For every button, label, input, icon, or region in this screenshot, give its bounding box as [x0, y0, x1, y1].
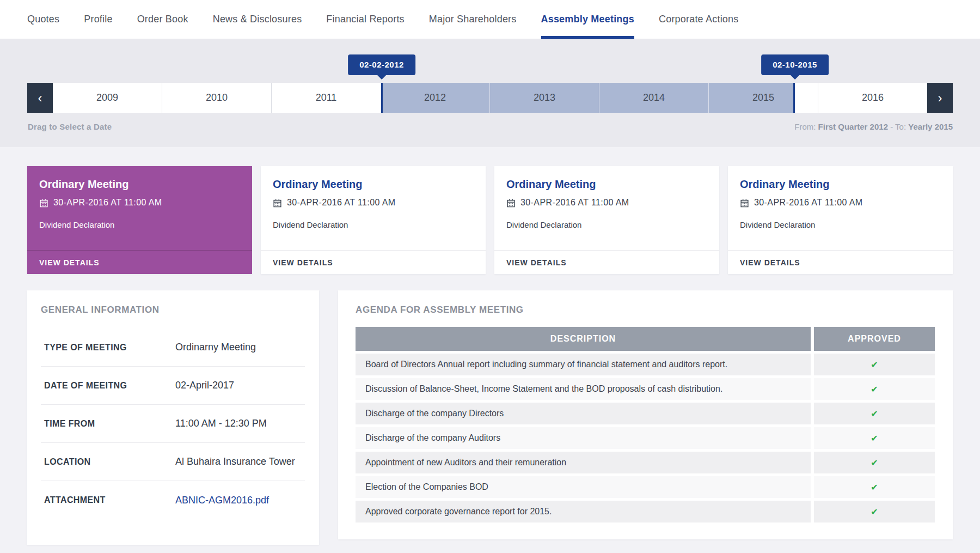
agenda-table: DESCRIPTION APPROVED Board of Directors …	[356, 327, 935, 522]
chevron-right-icon: ›	[938, 90, 942, 105]
range-handle-end[interactable]	[793, 83, 795, 113]
agenda-description: Election of the Companies BOD	[356, 476, 814, 498]
info-value: 11:00 AM - 12:30 PM	[175, 418, 267, 429]
tab-financial-reports[interactable]: Financial Reports	[326, 0, 404, 39]
calendar-icon	[39, 198, 48, 208]
meeting-date-text: 30-APR-2016 AT 11:00 AM	[754, 198, 863, 208]
general-information-panel: GENERAL INFORMATION TYPE OF MEETING Ordi…	[27, 290, 319, 545]
view-details-button[interactable]: VIEW DETAILS	[27, 250, 252, 274]
meeting-date-text: 30-APR-2016 AT 11:00 AM	[287, 198, 396, 208]
approved-check-icon: ✔	[871, 409, 878, 419]
meeting-date-text: 30-APR-2016 AT 11:00 AM	[53, 198, 162, 208]
info-label: LOCATION	[44, 457, 175, 467]
range-handle-start[interactable]	[381, 83, 383, 113]
agenda-row: Election of the Companies BOD ✔	[356, 476, 935, 498]
agenda-row: Appointment of new Auditors and their re…	[356, 452, 935, 473]
year-2016[interactable]: 2016	[818, 83, 927, 113]
agenda-row: Board of Directors Annual report includi…	[356, 354, 935, 375]
meeting-description: Dividend Declaration	[740, 220, 941, 229]
info-value: 02-April-2017	[175, 380, 234, 391]
tab-major-shareholders[interactable]: Major Shareholders	[429, 0, 517, 39]
tab-assembly-meetings-label: Assembly Meetings	[541, 14, 634, 25]
column-header-description: DESCRIPTION	[356, 327, 814, 351]
meeting-description: Dividend Declaration	[273, 220, 474, 229]
tab-assembly-meetings[interactable]: Assembly Meetings	[541, 0, 634, 39]
year-2013[interactable]: 2013	[489, 83, 599, 113]
info-label: ATTACHMENT	[44, 495, 175, 505]
meeting-card[interactable]: Ordinary Meeting 30-APR-2016 AT 11:00 AM…	[261, 166, 486, 274]
view-details-label: VIEW DETAILS	[39, 258, 100, 267]
calendar-icon	[740, 198, 749, 208]
info-row-time-from: TIME FROM 11:00 AM - 12:30 PM	[41, 405, 305, 443]
approved-header-label: APPROVED	[848, 334, 901, 344]
timeline-next-button[interactable]: ›	[927, 83, 953, 113]
meeting-title: Ordinary Meeting	[39, 178, 240, 191]
view-details-label: VIEW DETAILS	[740, 258, 800, 267]
meeting-title: Ordinary Meeting	[506, 178, 707, 191]
timeline-track[interactable]: 2009 2010 2011 2012 2013 2014 2015 2016	[53, 83, 927, 113]
view-details-label: VIEW DETAILS	[273, 258, 333, 267]
meeting-card[interactable]: Ordinary Meeting 30-APR-2016 AT 11:00 AM…	[494, 166, 719, 274]
year-2011[interactable]: 2011	[271, 83, 381, 113]
agenda-description: Discussion of Balance-Sheet, Income Stat…	[356, 378, 814, 400]
info-label: TYPE OF MEETING	[44, 343, 175, 353]
view-details-button[interactable]: VIEW DETAILS	[494, 250, 719, 274]
range-from-label: From:	[794, 122, 816, 131]
drag-hint: Drag to Select a Date	[28, 122, 112, 131]
meeting-card-selected[interactable]: Ordinary Meeting 30-APR-2016 AT 11:00 AM…	[27, 166, 252, 274]
view-details-label: VIEW DETAILS	[506, 258, 567, 267]
info-label: TIME FROM	[44, 419, 175, 429]
meeting-date: 30-APR-2016 AT 11:00 AM	[273, 198, 474, 208]
calendar-icon	[273, 198, 282, 208]
date-range-slider-section: 02-02-2012 02-10-2015 ‹ 2009 2010 2011 2…	[0, 39, 980, 147]
timeline-bar: ‹ 2009 2010 2011 2012 2013 2014 2015 201…	[27, 83, 953, 113]
tab-order-book[interactable]: Order Book	[137, 0, 188, 39]
tab-corporate-actions[interactable]: Corporate Actions	[659, 0, 738, 39]
meeting-date: 30-APR-2016 AT 11:00 AM	[39, 198, 240, 208]
approved-check-icon: ✔	[871, 482, 878, 493]
meeting-description: Dividend Declaration	[506, 220, 707, 229]
view-details-button[interactable]: VIEW DETAILS	[261, 250, 486, 274]
range-to-value: Yearly 2015	[908, 122, 953, 131]
meeting-date-text: 30-APR-2016 AT 11:00 AM	[520, 198, 629, 208]
year-2014[interactable]: 2014	[599, 83, 708, 113]
info-row-location: LOCATION Al Buhaira Insurance Tower	[41, 443, 305, 481]
agenda-description: Discharge of the company Auditors	[356, 427, 814, 449]
range-from-value: First Quarter 2012	[818, 122, 888, 131]
attachment-link[interactable]: ABNIC-AGM2016.pdf	[175, 495, 269, 506]
year-2015[interactable]: 2015	[708, 83, 818, 113]
tab-quotes[interactable]: Quotes	[27, 0, 59, 39]
year-2009[interactable]: 2009	[53, 83, 162, 113]
meeting-cards: Ordinary Meeting 30-APR-2016 AT 11:00 AM…	[27, 166, 953, 274]
tab-news-disclosures[interactable]: News & Disclosures	[213, 0, 302, 39]
column-header-approved: APPROVED	[814, 327, 935, 351]
agenda-row: Discharge of the company Auditors ✔	[356, 427, 935, 449]
agenda-description: Appointment of new Auditors and their re…	[356, 452, 814, 473]
selected-range-summary: From: First Quarter 2012 - To: Yearly 20…	[794, 122, 953, 131]
info-row-date-of-meeting: DATE OF MEEITNG 02-April-2017	[41, 367, 305, 405]
info-row-attachment: ATTACHMENT ABNIC-AGM2016.pdf	[41, 481, 305, 519]
approved-check-icon: ✔	[871, 384, 878, 394]
general-information-rows: TYPE OF MEETING Ordinarny Meeting DATE O…	[41, 329, 305, 519]
meeting-description: Dividend Declaration	[39, 220, 240, 229]
agenda-description: Approved corporate governance report for…	[356, 501, 814, 522]
meeting-card[interactable]: Ordinary Meeting 30-APR-2016 AT 11:00 AM…	[728, 166, 953, 274]
year-2012[interactable]: 2012	[381, 83, 489, 113]
meeting-title: Ordinary Meeting	[273, 178, 474, 191]
range-start-tooltip[interactable]: 02-02-2012	[348, 54, 415, 75]
approved-check-icon: ✔	[871, 360, 878, 370]
agenda-description: Board of Directors Annual report includi…	[356, 354, 814, 375]
agenda-row: Approved corporate governance report for…	[356, 501, 935, 522]
approved-check-icon: ✔	[871, 507, 878, 517]
active-tab-underline	[541, 36, 634, 39]
view-details-button[interactable]: VIEW DETAILS	[728, 250, 953, 274]
year-2010[interactable]: 2010	[162, 83, 271, 113]
range-end-tooltip[interactable]: 02-10-2015	[761, 54, 829, 75]
timeline-prev-button[interactable]: ‹	[27, 83, 53, 113]
meeting-date: 30-APR-2016 AT 11:00 AM	[506, 198, 707, 208]
tab-profile[interactable]: Profile	[84, 0, 112, 39]
range-to-label: - To:	[890, 122, 906, 131]
info-value: Al Buhaira Insurance Tower	[175, 456, 295, 467]
meeting-title: Ordinary Meeting	[740, 178, 941, 191]
agenda-panel: AGENDA FOR ASSEMBLY MEETING DESCRIPTION …	[338, 290, 953, 539]
